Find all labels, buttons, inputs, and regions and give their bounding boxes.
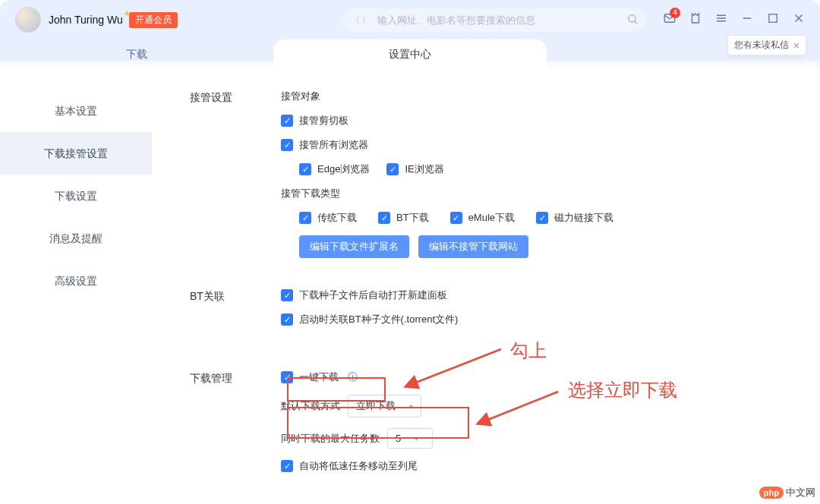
checkbox-edge[interactable]: ✓ Edge浏览器 (299, 162, 370, 176)
check-icon: ✓ (281, 289, 293, 301)
nav-back-icon[interactable]: 〈 (350, 14, 361, 27)
default-mode-label: 默认下载方式 (281, 399, 340, 413)
sidebar-item-basic[interactable]: 基本设置 (0, 90, 152, 132)
sidebar-item-takeover[interactable]: 下载接管设置 (0, 132, 152, 175)
check-icon: ✓ (281, 313, 293, 326)
checkbox-bt-auto-open[interactable]: ✓ 下载种子文件后自动打开新建面板 (281, 288, 447, 302)
check-icon: ✓ (299, 212, 311, 224)
search-input[interactable] (377, 14, 620, 26)
svg-rect-7 (769, 14, 777, 23)
search-icon[interactable] (626, 13, 639, 27)
mail-icon[interactable]: 4 (662, 11, 677, 26)
settings-sidebar: 基本设置 下载接管设置 下载设置 消息及提醒 高级设置 (0, 68, 152, 504)
chevron-down-icon: ▾ (415, 434, 418, 443)
checkbox-all-browsers[interactable]: ✓ 接管所有浏览器 (281, 138, 368, 152)
menu-icon[interactable] (714, 11, 729, 26)
close-button[interactable] (791, 11, 806, 26)
takeover-type-title: 接管下载类型 (281, 187, 797, 200)
tab-download[interactable]: 下载 (0, 39, 273, 68)
username[interactable]: John Turing Wu (49, 14, 123, 26)
avatar[interactable] (15, 7, 41, 33)
wardrobe-icon[interactable] (688, 11, 703, 26)
edit-extensions-button[interactable]: 编辑下载文件扩展名 (299, 235, 409, 258)
checkbox-bt-assoc[interactable]: ✓ 启动时关联BT种子文件(.torrent文件) (281, 313, 458, 326)
checkbox-one-click[interactable]: ✓ 一键下载 ⓘ (281, 370, 358, 384)
checkbox-clipboard[interactable]: ✓ 接管剪切板 (281, 114, 348, 128)
tab-settings[interactable]: 设置中心 (273, 39, 547, 68)
mail-badge: 4 (670, 8, 680, 18)
check-icon: ✓ (386, 163, 399, 175)
check-icon: ✓ (536, 212, 548, 224)
sidebar-item-advanced[interactable]: 高级设置 (0, 260, 152, 302)
watermark: php 中文网 (759, 486, 815, 499)
check-icon: ✓ (450, 212, 462, 224)
default-mode-select[interactable]: 立即下载 ▾ (348, 395, 421, 417)
section-label-bt: BT关联 (190, 288, 281, 337)
takeover-target-title: 接管对象 (281, 90, 797, 103)
checkbox-ie[interactable]: ✓ IE浏览器 (386, 162, 443, 176)
check-icon: ✓ (281, 139, 293, 151)
watermark-badge: php (759, 487, 784, 499)
sidebar-item-messages[interactable]: 消息及提醒 (0, 217, 152, 260)
check-icon: ✓ (378, 212, 390, 224)
vip-badge[interactable]: 开通会员 (129, 12, 178, 28)
section-label-dlmgr: 下载管理 (190, 370, 281, 484)
check-icon: ✓ (281, 115, 293, 127)
checkbox-move-low[interactable]: ✓ 自动将低速任务移动至列尾 (281, 459, 418, 473)
checkbox-magnet[interactable]: ✓ 磁力链接下载 (536, 211, 613, 225)
checkbox-traditional[interactable]: ✓ 传统下载 (299, 211, 357, 225)
sidebar-item-download[interactable]: 下载设置 (0, 175, 152, 217)
edit-sites-button[interactable]: 编辑不接管下载网站 (418, 235, 528, 258)
maximize-button[interactable] (765, 11, 781, 26)
check-icon: ✓ (281, 371, 293, 383)
max-tasks-select[interactable]: 5 ▾ (387, 428, 433, 449)
minimize-button[interactable] (740, 11, 755, 26)
info-icon[interactable]: ⓘ (348, 370, 358, 384)
max-tasks-label: 同时下载的最大任务数 (281, 432, 380, 446)
svg-line-1 (635, 21, 637, 24)
check-icon: ✓ (299, 163, 311, 175)
checkbox-bt[interactable]: ✓ BT下载 (378, 211, 429, 225)
nav-forward-icon[interactable]: 〉 (361, 14, 371, 27)
chevron-down-icon: ▾ (409, 402, 413, 411)
check-icon: ✓ (281, 460, 293, 472)
watermark-text: 中文网 (786, 486, 815, 499)
section-label-takeover: 接管设置 (190, 90, 281, 269)
checkbox-emule[interactable]: ✓ eMule下载 (450, 211, 515, 225)
svg-point-0 (629, 14, 636, 21)
